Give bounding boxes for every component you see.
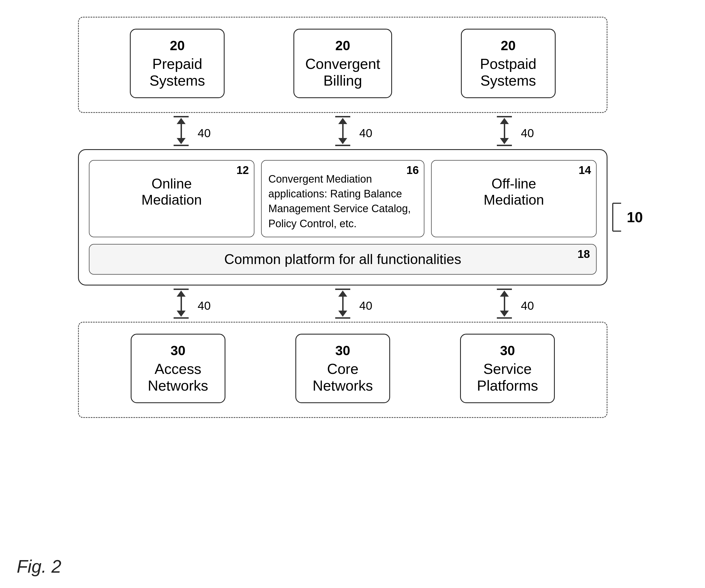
access-networks-label: AccessNetworks bbox=[148, 361, 208, 394]
postpaid-systems-box: 20 PostpaidSystems bbox=[461, 29, 556, 98]
arrow-label-2: 40 bbox=[359, 127, 372, 140]
bvline-2 bbox=[342, 297, 343, 311]
arrowhead-down-1 bbox=[177, 138, 186, 144]
barrow-label-2: 40 bbox=[359, 299, 372, 313]
arrowhead-up-3 bbox=[500, 118, 509, 124]
core-networks-ref: 30 bbox=[335, 343, 350, 358]
tick-3-bottom bbox=[497, 145, 512, 146]
figure-label: Fig. 2 bbox=[17, 556, 61, 577]
arrow-label-1: 40 bbox=[197, 127, 211, 140]
convergent-mediation-box: 16 Convergent Mediation applications: Ra… bbox=[261, 160, 424, 237]
barrowhead-up-1 bbox=[177, 290, 186, 297]
common-platform-box: 18 Common platform for all functionaliti… bbox=[89, 244, 597, 275]
vline-3 bbox=[504, 124, 505, 138]
service-platforms-label: ServicePlatforms bbox=[477, 361, 538, 394]
tick-1-top bbox=[174, 116, 189, 118]
online-mediation-box: 12 OnlineMediation bbox=[89, 160, 254, 237]
tick-1-bottom bbox=[174, 145, 189, 146]
prepaid-systems-box: 20 PrepaidSystems bbox=[130, 29, 225, 98]
access-networks-box: 30 AccessNetworks bbox=[131, 334, 226, 403]
ref-10-label: 10 bbox=[627, 209, 643, 226]
btick-1-bottom bbox=[174, 317, 189, 319]
offline-mediation-ref: 14 bbox=[579, 164, 591, 177]
btick-2-bottom bbox=[335, 317, 350, 319]
top-arrows-section: 40 40 40 bbox=[78, 113, 607, 149]
ref-10-container: 10 bbox=[610, 200, 643, 234]
barrowhead-down-1 bbox=[177, 311, 186, 317]
online-mediation-ref: 12 bbox=[237, 164, 249, 177]
bottom-arrow-2: 40 bbox=[329, 288, 357, 319]
middle-inner-row: 12 OnlineMediation 16 Convergent Mediati… bbox=[89, 160, 597, 237]
convergent-mediation-ref: 16 bbox=[407, 164, 419, 177]
bottom-arrow-3: 40 bbox=[490, 288, 518, 319]
middle-group: 12 OnlineMediation 16 Convergent Mediati… bbox=[78, 149, 607, 285]
barrowhead-up-2 bbox=[338, 290, 347, 297]
top-group: 20 PrepaidSystems 20 ConvergentBilling 2… bbox=[78, 17, 607, 113]
common-platform-ref: 18 bbox=[578, 248, 590, 260]
convergent-billing-label: ConvergentBilling bbox=[306, 55, 380, 89]
barrowhead-up-3 bbox=[500, 290, 509, 297]
bvline-3 bbox=[504, 297, 505, 311]
bracket-svg bbox=[610, 200, 627, 234]
arrowhead-up-1 bbox=[177, 118, 186, 124]
arrowhead-up-2 bbox=[338, 118, 347, 124]
top-arrow-1: 40 bbox=[167, 116, 195, 146]
access-networks-ref: 30 bbox=[171, 343, 185, 358]
vline-1 bbox=[181, 124, 182, 138]
online-mediation-label: OnlineMediation bbox=[97, 176, 246, 208]
arrowhead-down-3 bbox=[500, 138, 509, 144]
arrowhead-down-2 bbox=[338, 138, 347, 144]
bvline-1 bbox=[181, 297, 182, 311]
convergent-mediation-label: Convergent Mediation applications: Ratin… bbox=[268, 172, 417, 231]
btick-3-top bbox=[497, 288, 512, 290]
service-platforms-box: 30 ServicePlatforms bbox=[460, 334, 555, 403]
convergent-billing-box: 20 ConvergentBilling bbox=[293, 29, 392, 98]
prepaid-ref: 20 bbox=[170, 38, 184, 53]
tick-2-top bbox=[335, 116, 350, 118]
btick-2-top bbox=[335, 288, 350, 290]
diagram-container: 20 PrepaidSystems 20 ConvergentBilling 2… bbox=[78, 17, 607, 418]
convergent-billing-ref: 20 bbox=[335, 38, 350, 53]
barrowhead-down-3 bbox=[500, 311, 509, 317]
bottom-group: 30 AccessNetworks 30 CoreNetworks 30 Ser… bbox=[78, 322, 607, 418]
arrow-label-3: 40 bbox=[521, 127, 534, 140]
prepaid-label: PrepaidSystems bbox=[150, 55, 205, 89]
core-networks-label: CoreNetworks bbox=[313, 361, 373, 394]
vline-2 bbox=[342, 124, 343, 138]
btick-3-bottom bbox=[497, 317, 512, 319]
tick-2-bottom bbox=[335, 145, 350, 146]
service-platforms-ref: 30 bbox=[500, 343, 515, 358]
btick-1-top bbox=[174, 288, 189, 290]
postpaid-label: PostpaidSystems bbox=[480, 55, 536, 89]
offline-mediation-box: 14 Off-lineMediation bbox=[431, 160, 597, 237]
tick-3-top bbox=[497, 116, 512, 118]
top-arrow-2: 40 bbox=[329, 116, 357, 146]
bottom-arrow-1: 40 bbox=[167, 288, 195, 319]
barrowhead-down-2 bbox=[338, 311, 347, 317]
barrow-label-1: 40 bbox=[197, 299, 211, 313]
bottom-arrows-section: 40 40 40 bbox=[78, 285, 607, 322]
barrow-label-3: 40 bbox=[521, 299, 534, 313]
top-arrow-3: 40 bbox=[490, 116, 518, 146]
common-platform-label: Common platform for all functionalities bbox=[224, 252, 461, 267]
core-networks-box: 30 CoreNetworks bbox=[295, 334, 390, 403]
postpaid-ref: 20 bbox=[501, 38, 516, 53]
offline-mediation-label: Off-lineMediation bbox=[439, 176, 588, 208]
